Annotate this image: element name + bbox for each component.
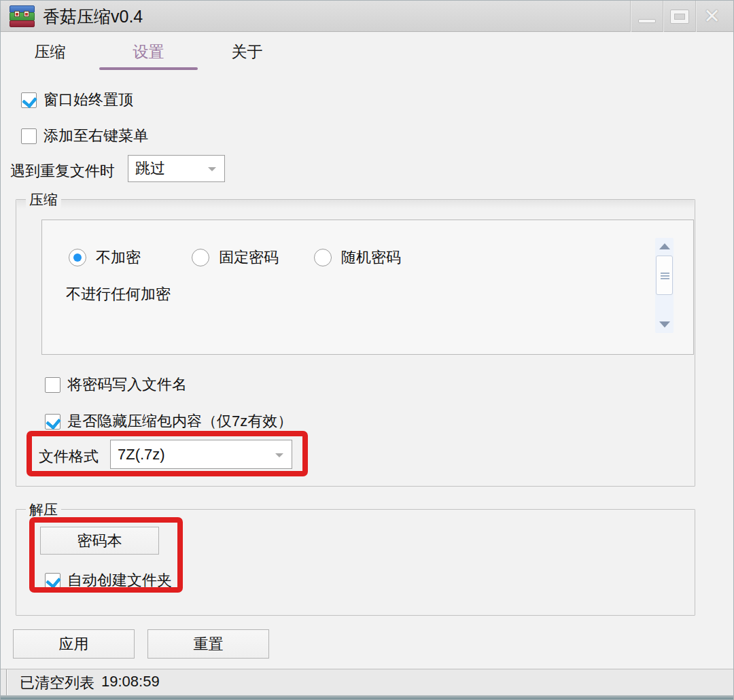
auto-create-folder-checkbox[interactable] bbox=[45, 573, 60, 589]
app-window: 香菇压缩v0.4 ✕ 压缩 设置 关于 窗口始终置顶 添加至右键菜单 遇到重复文… bbox=[0, 0, 734, 700]
scrollbar-thumb[interactable] bbox=[656, 256, 673, 295]
radio-random-password-row[interactable]: 随机密码 bbox=[314, 247, 401, 268]
duplicate-policy-label: 遇到重复文件时 bbox=[10, 161, 115, 181]
always-on-top-checkbox[interactable] bbox=[21, 92, 37, 108]
compress-group: 压缩 不加密 固定密码 随机密码 不进行任何加密 bbox=[16, 199, 695, 487]
random-password-radio[interactable] bbox=[314, 249, 332, 266]
encryption-description: 不进行任何加密 bbox=[66, 284, 171, 304]
no-encryption-label: 不加密 bbox=[96, 247, 141, 268]
scrollbar-grip-icon bbox=[661, 273, 669, 281]
group-top-shade bbox=[17, 200, 694, 209]
tab-settings-label: 设置 bbox=[133, 43, 164, 60]
no-encryption-radio[interactable] bbox=[69, 249, 86, 266]
tab-settings[interactable]: 设置 bbox=[99, 33, 198, 70]
minimize-button[interactable] bbox=[630, 1, 663, 32]
duplicate-policy-value: 跳过 bbox=[128, 158, 165, 179]
auto-create-folder-row[interactable]: 自动创建文件夹 bbox=[45, 570, 172, 591]
maximize-button[interactable] bbox=[663, 1, 695, 32]
extract-group: 解压 密码本 自动创建文件夹 bbox=[16, 509, 695, 616]
duplicate-policy-select[interactable]: 跳过 bbox=[128, 155, 225, 182]
extract-group-title: 解压 bbox=[26, 500, 61, 519]
fixed-password-radio[interactable] bbox=[192, 249, 209, 266]
status-message: 已清空列表 bbox=[20, 673, 94, 693]
always-on-top-row[interactable]: 窗口始终置顶 bbox=[21, 90, 133, 110]
window-controls: ✕ bbox=[630, 1, 728, 32]
password-book-button[interactable]: 密码本 bbox=[40, 527, 159, 555]
vertical-scrollbar[interactable] bbox=[655, 238, 674, 333]
random-password-label: 随机密码 bbox=[341, 247, 401, 268]
write-password-row[interactable]: 将密码写入文件名 bbox=[45, 374, 187, 395]
scroll-up-icon[interactable] bbox=[659, 243, 670, 249]
close-button[interactable]: ✕ bbox=[695, 1, 728, 32]
tab-about-label: 关于 bbox=[232, 43, 263, 60]
minimize-icon bbox=[638, 19, 656, 23]
scroll-down-icon[interactable] bbox=[659, 321, 670, 328]
status-time: 19:08:59 bbox=[101, 673, 160, 690]
hide-contents-checkbox[interactable] bbox=[45, 414, 60, 430]
file-format-value: 7Z(.7z) bbox=[111, 446, 165, 463]
encryption-panel: 不加密 固定密码 随机密码 不进行任何加密 bbox=[41, 220, 694, 355]
active-tab-underline bbox=[99, 67, 198, 70]
close-icon: ✕ bbox=[703, 1, 720, 32]
context-menu-checkbox[interactable] bbox=[21, 128, 37, 144]
title-bar: 香菇压缩v0.4 ✕ bbox=[1, 1, 733, 32]
file-format-label: 文件格式 bbox=[39, 447, 99, 467]
apply-button[interactable]: 应用 bbox=[13, 629, 135, 659]
window-title: 香菇压缩v0.4 bbox=[43, 1, 143, 32]
radio-fixed-password-row[interactable]: 固定密码 bbox=[192, 247, 279, 268]
context-menu-label: 添加至右键菜单 bbox=[43, 126, 148, 146]
fixed-password-label: 固定密码 bbox=[219, 247, 279, 268]
hide-contents-row[interactable]: 是否隐藏压缩包内容（仅7z有效） bbox=[45, 411, 292, 432]
app-icon bbox=[10, 5, 35, 27]
chevron-down-icon bbox=[208, 167, 216, 171]
always-on-top-label: 窗口始终置顶 bbox=[43, 90, 133, 110]
write-password-label: 将密码写入文件名 bbox=[67, 374, 187, 395]
chevron-down-icon bbox=[275, 453, 283, 457]
write-password-checkbox[interactable] bbox=[45, 377, 60, 393]
reset-button[interactable]: 重置 bbox=[147, 629, 269, 659]
auto-create-folder-label: 自动创建文件夹 bbox=[67, 570, 172, 591]
tab-bar: 压缩 设置 关于 bbox=[1, 33, 733, 70]
tab-about[interactable]: 关于 bbox=[198, 33, 296, 70]
context-menu-row[interactable]: 添加至右键菜单 bbox=[21, 126, 148, 146]
compress-group-title: 压缩 bbox=[26, 190, 61, 209]
status-bar-divider bbox=[6, 669, 7, 695]
window-bottom-edge bbox=[1, 695, 733, 700]
tab-compress[interactable]: 压缩 bbox=[1, 33, 99, 70]
radio-no-encryption-row[interactable]: 不加密 bbox=[69, 247, 141, 268]
hide-contents-label: 是否隐藏压缩包内容（仅7z有效） bbox=[67, 411, 292, 432]
status-bar: 已清空列表 19:08:59 bbox=[1, 669, 733, 695]
tab-compress-label: 压缩 bbox=[35, 43, 66, 60]
file-format-select[interactable]: 7Z(.7z) bbox=[110, 440, 292, 469]
maximize-icon bbox=[670, 10, 689, 24]
